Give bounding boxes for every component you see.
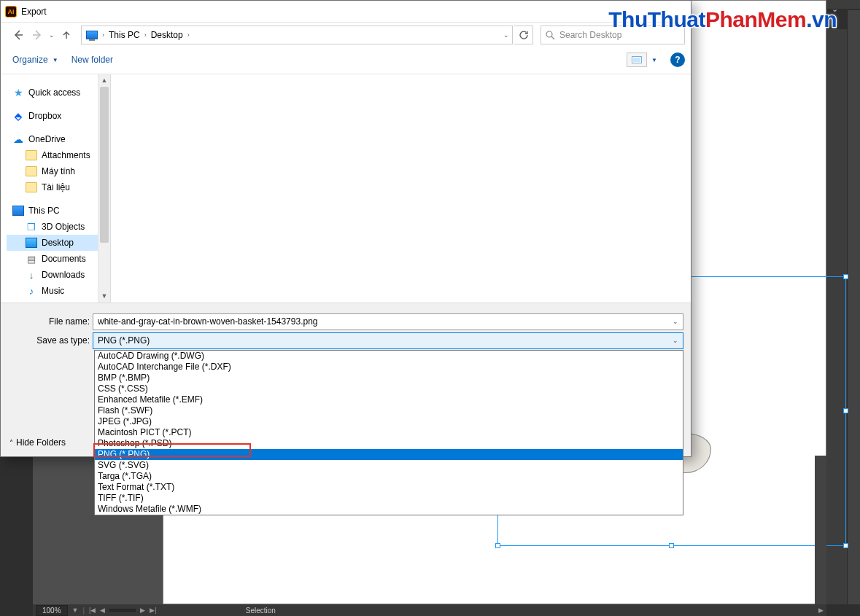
scroll-thumb[interactable] — [100, 87, 109, 243]
resize-handle-e[interactable] — [843, 408, 848, 413]
vertical-scrollbar[interactable] — [815, 456, 826, 604]
folder-icon — [26, 166, 37, 176]
tree-item-attachments[interactable]: Attachments — [7, 147, 110, 163]
tree-item-dropbox[interactable]: ⬘Dropbox — [7, 108, 110, 124]
recent-locations-dropdown[interactable]: ⌄ — [47, 31, 56, 39]
artboard-index[interactable] — [109, 609, 136, 612]
tree-item-downloads[interactable]: ↓Downloads — [7, 267, 110, 283]
folder-icon — [26, 182, 37, 192]
tree-item-label: Tài liệu — [42, 182, 70, 192]
tree-item-music[interactable]: ♪Music — [7, 283, 110, 299]
organize-menu[interactable]: Organize ▼ — [12, 55, 58, 65]
star-icon: ★ — [12, 87, 24, 98]
tree-item-label: Máy tính — [42, 166, 75, 176]
address-row: ⌄ › This PC › Desktop › ⌄ Search Desktop — [1, 23, 691, 47]
file-type-option[interactable]: Targa (*.TGA) — [95, 471, 683, 482]
scroll-down-icon[interactable]: ▼ — [98, 290, 110, 303]
dropbox-icon: ⬘ — [12, 111, 24, 121]
address-history-dropdown[interactable]: ⌄ — [500, 31, 512, 39]
file-type-option[interactable]: Enhanced Metafile (*.EMF) — [95, 394, 683, 405]
file-type-option[interactable]: Flash (*.SWF) — [95, 405, 683, 416]
file-type-option[interactable]: PNG (*.PNG) — [95, 449, 683, 460]
prev-artboard-icon[interactable]: ◀ — [100, 607, 105, 614]
nav-forward-button[interactable] — [28, 26, 46, 44]
tree-item-label: 3D Objects — [42, 222, 85, 232]
file-type-option[interactable]: AutoCAD Interchange File (*.DXF) — [95, 362, 683, 373]
resize-handle-s[interactable] — [669, 543, 674, 548]
file-type-option[interactable]: SVG (*.SVG) — [95, 460, 683, 471]
next-artboard-icon[interactable]: ▶ — [140, 607, 145, 614]
illustrator-app-icon: Ai — [5, 6, 17, 17]
refresh-button[interactable] — [514, 26, 533, 44]
search-input[interactable]: Search Desktop — [541, 26, 685, 44]
tree-item-label: Documents — [42, 254, 86, 264]
file-name-input[interactable]: white-and-gray-cat-in-brown-woven-basket… — [93, 313, 683, 330]
svg-point-0 — [546, 31, 552, 37]
scroll-up-icon[interactable]: ▲ — [98, 74, 110, 87]
new-folder-button[interactable]: New folder — [71, 55, 113, 65]
chevron-right-icon: › — [186, 31, 191, 39]
refresh-icon — [519, 30, 529, 40]
file-list-pane[interactable] — [110, 74, 691, 303]
download-icon: ↓ — [26, 270, 37, 280]
svg-rect-3 — [633, 58, 640, 62]
tree-item-tài-liệu[interactable]: Tài liệu — [7, 179, 110, 195]
file-type-option[interactable]: JPEG (*.JPG) — [95, 416, 683, 427]
file-type-option[interactable]: AutoCAD Drawing (*.DWG) — [95, 351, 683, 362]
nav-back-button[interactable] — [9, 26, 27, 44]
tree-item-onedrive[interactable]: ☁OneDrive — [7, 131, 110, 147]
cloud-icon: ☁ — [12, 134, 24, 144]
file-type-option[interactable]: Macintosh PICT (*.PCT) — [95, 427, 683, 438]
dialog-titlebar[interactable]: Ai Export — [1, 1, 691, 23]
chevron-up-icon: ˄ — [9, 439, 13, 447]
nav-up-button[interactable] — [58, 26, 75, 44]
status-mode: Selection — [246, 607, 276, 615]
tree-item-label: Dropbox — [28, 111, 61, 121]
file-name-label: File name: — [1, 316, 93, 327]
address-bar[interactable]: › This PC › Desktop › ⌄ — [81, 26, 513, 44]
chevron-down-icon[interactable]: ▼ — [72, 607, 79, 614]
tree-item-label: OneDrive — [28, 134, 66, 144]
this-pc-icon — [12, 206, 24, 216]
view-mode-button[interactable] — [627, 52, 647, 67]
tree-item-desktop[interactable]: Desktop — [7, 235, 110, 251]
dialog-title: Export — [21, 7, 47, 17]
chevron-down-icon[interactable]: ▼ — [651, 57, 657, 63]
save-as-type-select[interactable]: PNG (*.PNG) ⌄ — [93, 332, 683, 349]
tree-item-3d-objects[interactable]: ❒3D Objects — [7, 219, 110, 235]
help-button[interactable]: ? — [670, 52, 685, 67]
chevron-down-icon[interactable]: ⌄ — [673, 337, 678, 344]
chevron-down-icon: ▼ — [53, 57, 58, 63]
resize-handle-se[interactable] — [843, 543, 848, 548]
tree-scrollbar[interactable]: ▲ ▼ — [98, 74, 110, 303]
tree-item-quick-access[interactable]: ★Quick access — [7, 85, 110, 101]
music-icon: ♪ — [26, 286, 37, 296]
chevron-right-icon: › — [101, 31, 106, 39]
host-right-collapse[interactable] — [847, 10, 860, 604]
file-type-option[interactable]: Text Format (*.TXT) — [95, 482, 683, 493]
save-as-type-value: PNG (*.PNG) — [98, 335, 150, 346]
scroll-left-icon[interactable]: ▶ — [818, 607, 824, 614]
last-artboard-icon[interactable]: ▶| — [150, 607, 156, 614]
file-type-dropdown-list[interactable]: AutoCAD Drawing (*.DWG)AutoCAD Interchan… — [94, 350, 683, 515]
tree-item-documents[interactable]: ▤Documents — [7, 251, 110, 267]
file-type-option[interactable]: TIFF (*.TIF) — [95, 493, 683, 504]
file-type-option[interactable]: CSS (*.CSS) — [95, 383, 683, 394]
hide-folders-toggle[interactable]: ˄ Hide Folders — [9, 437, 66, 448]
search-icon — [546, 31, 555, 40]
file-name-value: white-and-gray-cat-in-brown-woven-basket… — [98, 316, 318, 327]
search-placeholder: Search Desktop — [559, 30, 621, 40]
first-artboard-icon[interactable]: |◀ — [89, 607, 96, 614]
breadcrumb-this-pc[interactable]: This PC — [106, 30, 143, 40]
navigation-tree[interactable]: ★Quick access⬘Dropbox☁OneDriveAttachment… — [1, 74, 110, 303]
file-type-option[interactable]: BMP (*.BMP) — [95, 373, 683, 383]
zoom-level[interactable]: 100% — [36, 605, 68, 616]
breadcrumb-desktop[interactable]: Desktop — [148, 30, 186, 40]
file-type-option[interactable]: Photoshop (*.PSD) — [95, 438, 683, 449]
resize-handle-sw[interactable] — [495, 543, 500, 548]
chevron-down-icon[interactable]: ⌄ — [673, 318, 678, 325]
file-type-option[interactable]: Windows Metafile (*.WMF) — [95, 504, 683, 515]
tree-item-this-pc[interactable]: This PC — [7, 203, 110, 219]
resize-handle-ne[interactable] — [843, 274, 848, 279]
tree-item-máy-tính[interactable]: Máy tính — [7, 163, 110, 179]
